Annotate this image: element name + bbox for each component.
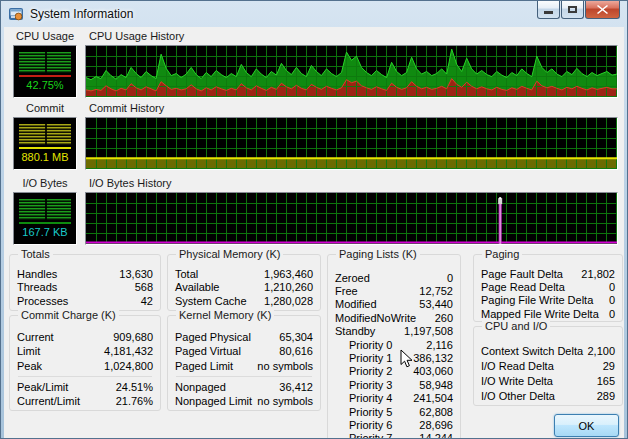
stat-label: Priority 6	[335, 419, 392, 431]
stat-value: 403,060	[413, 365, 453, 377]
stat-label: Priority 4	[335, 392, 392, 404]
cpu-io-rows: Context Switch Delta2,100I/O Read Delta2…	[481, 343, 615, 404]
paging-lists-rows: Zeroed0Free12,752Modified53,440ModifiedN…	[335, 271, 453, 439]
stat-value: 0	[609, 281, 615, 293]
stat-value: 1,197,508	[404, 325, 453, 337]
stat-label: I/O Other Delta	[481, 390, 555, 402]
stat-row: Priority 1386,132	[335, 351, 453, 364]
stat-row: Context Switch Delta2,100	[481, 343, 615, 358]
stat-row: Priority 02,116	[335, 338, 453, 351]
totals-title: Totals	[18, 248, 53, 260]
stat-row: Mapped File Write Delta0	[481, 307, 615, 320]
stat-value: 24.51%	[116, 381, 153, 393]
kernel-memory-title: Kernel Memory (K)	[176, 309, 274, 321]
stat-value: 165	[597, 375, 615, 387]
stat-value: 0	[609, 294, 615, 306]
totals-groupbox: Totals Handles13,630Threads568Processes4…	[9, 254, 161, 311]
window-controls	[536, 0, 620, 19]
stat-value: 14,244	[419, 432, 453, 439]
stat-label: Peak	[17, 360, 42, 372]
cpu-usage-label: CPU Usage	[9, 30, 81, 42]
stat-label: Current/Limit	[17, 395, 80, 407]
stat-row: Available1,210,260	[175, 281, 313, 295]
app-icon	[8, 6, 24, 22]
stat-value: 386,132	[413, 352, 453, 364]
stat-value: 28,696	[419, 419, 453, 431]
stat-label: ModifiedNoWrite	[335, 312, 416, 324]
stat-row: Page Fault Delta21,802	[481, 267, 615, 280]
paging-lists-groupbox: Paging Lists (K) Zeroed0Free12,752Modifi…	[327, 254, 461, 439]
stat-value: 29	[603, 360, 615, 372]
stat-label: Mapped File Write Delta	[481, 308, 599, 320]
totals-rows: Handles13,630Threads568Processes42	[17, 267, 153, 308]
commit-label: Commit	[9, 102, 81, 114]
commit-charge-title: Commit Charge (K)	[18, 309, 119, 321]
close-icon	[597, 5, 608, 14]
stat-row: Handles13,630	[17, 267, 153, 281]
stat-value: 21.76%	[116, 395, 153, 407]
maximize-icon	[568, 6, 577, 13]
cpu-io-groupbox: CPU and I/O Context Switch Delta2,100I/O…	[473, 326, 623, 406]
kernel-memory-rows: Paged Physical65,304Paged Virtual80,616P…	[175, 330, 313, 408]
stat-label: Priority 7	[335, 432, 392, 439]
stat-value: 42	[141, 295, 153, 307]
stat-row: Peak1,024,800	[17, 359, 153, 373]
stat-row: Nonpaged Limitno symbols	[175, 394, 313, 408]
kernel-memory-groupbox: Kernel Memory (K) Paged Physical65,304Pa…	[167, 315, 321, 411]
stat-row: Nonpaged36,412	[175, 380, 313, 394]
stat-label: Nonpaged	[175, 381, 226, 393]
cpu-io-title: CPU and I/O	[482, 320, 550, 332]
stat-label: System Cache	[175, 295, 247, 307]
stat-value: 1,963,460	[264, 268, 313, 280]
stat-row: Priority 562,808	[335, 405, 453, 418]
close-button[interactable]	[585, 0, 620, 19]
io-bytes-history-graph	[85, 192, 618, 245]
commit-gauge-hatch	[19, 124, 71, 145]
stat-label: Paged Physical	[175, 331, 251, 343]
paging-rows: Page Fault Delta21,802Page Read Delta0Pa…	[481, 267, 615, 321]
stat-value: 80,616	[279, 345, 313, 357]
stat-row: Priority 2403,060	[335, 365, 453, 378]
stat-row: Current909,680	[17, 330, 153, 344]
stat-row: Priority 628,696	[335, 418, 453, 431]
stat-label: Peak/Limit	[17, 381, 68, 393]
stat-value: 909,680	[113, 331, 153, 343]
stat-label: Nonpaged Limit	[175, 395, 252, 407]
stat-label: I/O Write Delta	[481, 375, 553, 387]
stat-value: 1,210,260	[264, 281, 313, 293]
separator	[176, 376, 312, 377]
stat-label: Zeroed	[335, 272, 370, 284]
stat-label: Page Fault Delta	[481, 268, 563, 280]
stat-label: Priority 0	[335, 339, 392, 351]
stat-label: Limit	[17, 345, 40, 357]
paging-groupbox: Paging Page Fault Delta21,802Page Read D…	[473, 254, 623, 322]
stat-row: Paged Limitno symbols	[175, 359, 313, 373]
io-bytes-gauge: 167.7 KB	[13, 192, 77, 245]
commit-history-graph	[85, 117, 618, 170]
physical-memory-groupbox: Physical Memory (K) Total1,963,460Availa…	[167, 254, 321, 311]
stat-label: Standby	[335, 325, 375, 337]
stat-value: 62,808	[419, 406, 453, 418]
ok-button[interactable]: OK	[554, 414, 619, 437]
stat-value: 21,802	[581, 268, 615, 280]
stat-row: Threads568	[17, 281, 153, 295]
stat-value: 1,280,028	[264, 295, 313, 307]
stat-value: no symbols	[257, 395, 313, 407]
stat-value: 58,948	[419, 379, 453, 391]
stat-value: 36,412	[279, 381, 313, 393]
stat-label: Paged Limit	[175, 360, 233, 372]
maximize-button[interactable]	[561, 0, 584, 19]
stat-label: Priority 3	[335, 379, 392, 391]
io-history-label: I/O Bytes History	[89, 177, 172, 189]
minimize-button[interactable]	[537, 0, 560, 19]
stat-row: Standby1,197,508	[335, 325, 453, 338]
stat-row: Processes42	[17, 294, 153, 308]
stat-label: Modified	[335, 298, 377, 310]
paging-title: Paging	[482, 248, 522, 260]
stat-row: Peak/Limit24.51%	[17, 380, 153, 394]
stat-row: Paged Physical65,304	[175, 330, 313, 344]
paging-lists-title: Paging Lists (K)	[336, 248, 420, 260]
stat-label: Priority 2	[335, 365, 392, 377]
stat-row: Priority 4241,504	[335, 392, 453, 405]
commit-gauge-line	[19, 147, 71, 149]
